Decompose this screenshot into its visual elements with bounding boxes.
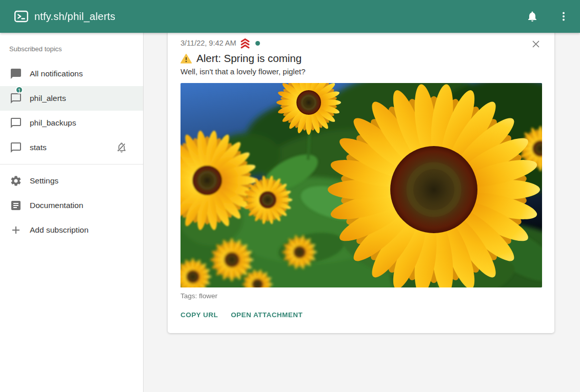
plus-icon [10, 224, 22, 236]
copy-url-button[interactable]: COPY URL [181, 308, 218, 322]
main-content: 3/11/22, 9:42 AM Alert: Spring is coming… [144, 0, 580, 333]
app-bar: ntfy.sh/phil_alerts [0, 0, 580, 33]
overflow-menu-button[interactable] [554, 7, 573, 26]
sidebar-item-stats[interactable]: stats [0, 135, 143, 160]
sidebar-item-all-notifications[interactable]: All notifications [0, 61, 143, 86]
notification-actions: COPY URL OPEN ATTACHMENT [181, 308, 542, 322]
sidebar-item-phil-backups[interactable]: phil_backups [0, 111, 143, 135]
sidebar-item-label: Add subscription [30, 225, 89, 235]
chat-bubble-outline-icon [10, 117, 22, 129]
attachment-image-sunflowers[interactable] [181, 83, 542, 287]
sidebar-item-label: phil_backups [30, 118, 76, 128]
notification-meta-row: 3/11/22, 9:42 AM [181, 37, 542, 49]
article-icon [10, 199, 22, 212]
close-icon [530, 38, 542, 50]
sidebar-item-settings[interactable]: Settings [0, 169, 143, 193]
sidebar-item-phil-alerts[interactable]: 1 phil_alerts [0, 86, 143, 111]
priority-max-icon [239, 37, 251, 49]
chat-bubble-filled-icon [10, 68, 22, 80]
sidebar-item-documentation[interactable]: Documentation [0, 193, 143, 218]
sidebar-item-label: Documentation [30, 201, 83, 210]
notification-body: Well, isn't that a lovely flower, piglet… [181, 67, 542, 76]
sidebar: Subscribed topics All notifications 1 ph… [0, 33, 144, 392]
notifications-bell-button[interactable] [523, 7, 542, 26]
bell-off-icon [115, 141, 128, 154]
tags-line: Tags: flower [181, 292, 542, 300]
unread-dot [255, 41, 260, 46]
chat-bubble-outline-icon: 1 [10, 92, 22, 105]
bell-icon [526, 10, 538, 23]
notification-title: Alert: Spring is coming [196, 52, 302, 65]
sidebar-item-label: phil_alerts [30, 94, 66, 103]
sidebar-item-label: stats [30, 143, 47, 152]
sidebar-item-add-subscription[interactable]: Add subscription [0, 218, 143, 242]
chat-bubble-outline-icon [10, 141, 22, 154]
sidebar-item-label: All notifications [30, 69, 83, 78]
kebab-menu-icon [557, 10, 570, 23]
unread-count-badge: 1 [15, 86, 23, 94]
subscribed-topics-label: Subscribed topics [0, 45, 143, 53]
ntfy-logo-icon [13, 9, 29, 24]
close-notification-button[interactable] [530, 38, 542, 50]
timestamp: 3/11/22, 9:42 AM [181, 39, 236, 47]
sidebar-item-label: Settings [30, 176, 58, 185]
page-title: ntfy.sh/phil_alerts [34, 11, 115, 23]
notification-card: 3/11/22, 9:42 AM Alert: Spring is coming… [168, 25, 554, 333]
sidebar-divider [0, 164, 143, 164]
open-attachment-button[interactable]: OPEN ATTACHMENT [231, 308, 303, 322]
gear-icon [10, 175, 22, 187]
warning-emoji-icon [181, 53, 192, 64]
